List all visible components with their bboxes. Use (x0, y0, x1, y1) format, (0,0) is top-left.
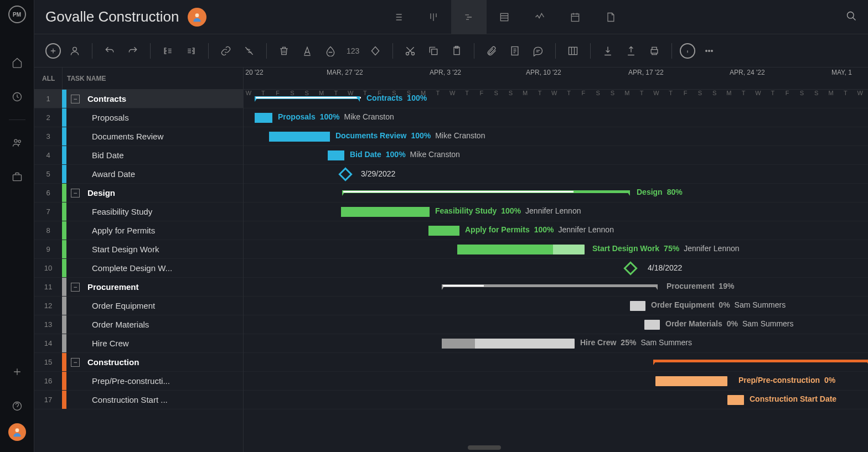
gantt-row[interactable]: Construction Start Date (244, 391, 868, 409)
redo-button[interactable] (123, 41, 142, 60)
notes-button[interactable] (505, 41, 524, 60)
add-task-button[interactable] (45, 43, 61, 59)
team-icon[interactable] (10, 136, 24, 150)
milestone-marker[interactable] (338, 167, 352, 181)
add-icon[interactable] (10, 365, 24, 379)
expand-toggle[interactable]: − (71, 189, 80, 198)
summary-bar[interactable] (255, 96, 360, 101)
user-avatar[interactable] (8, 423, 26, 441)
summary-bar[interactable] (653, 360, 868, 364)
gantt-chart[interactable]: 3, 20 '22MAR, 27 '22APR, 3 '22APR, 10 '2… (244, 67, 868, 452)
horizontal-scrollbar[interactable] (468, 445, 501, 450)
task-bar[interactable] (644, 320, 660, 330)
task-bar[interactable] (655, 376, 727, 386)
task-bar[interactable] (727, 395, 744, 405)
text-style-button[interactable] (298, 41, 317, 60)
copy-button[interactable] (424, 41, 443, 60)
comment-button[interactable] (529, 41, 547, 60)
calendar-view-icon[interactable] (557, 0, 593, 34)
task-row[interactable]: 8Apply for Permits (34, 221, 243, 240)
task-row[interactable]: 9Start Design Work (34, 240, 243, 259)
task-row[interactable]: 11−Procurement (34, 278, 243, 297)
gantt-row[interactable]: Order Equipment 0% Sam Summers (244, 297, 868, 315)
task-row[interactable]: 6−Design (34, 184, 243, 202)
attach-button[interactable] (482, 41, 501, 60)
expand-toggle[interactable]: − (71, 95, 80, 103)
expand-toggle[interactable]: − (71, 283, 80, 292)
summary-bar[interactable] (442, 284, 658, 289)
task-row[interactable]: 13Order Materials (34, 315, 243, 334)
gantt-row[interactable]: Bid Date 100% Mike Cranston (244, 146, 868, 165)
number-format-button[interactable]: 123 (344, 46, 361, 55)
task-bar[interactable] (255, 113, 272, 123)
task-bar[interactable] (428, 226, 459, 236)
task-row[interactable]: 3Documents Review (34, 127, 243, 146)
app-logo[interactable]: PM (8, 6, 26, 23)
gantt-row[interactable]: Start Design Work 75% Jennifer Lennon (244, 240, 868, 259)
cut-button[interactable] (401, 41, 420, 60)
task-row[interactable]: 14Hire Crew (34, 334, 243, 353)
board-view-icon[interactable] (416, 0, 451, 34)
recent-icon[interactable] (10, 90, 24, 104)
assign-button[interactable] (65, 41, 84, 60)
gantt-body[interactable]: Contracts 100%Proposals 100% Mike Cranst… (244, 90, 868, 452)
task-row[interactable]: 12Order Equipment (34, 297, 243, 315)
gantt-row[interactable]: Proposals 100% Mike Cranston (244, 108, 868, 127)
summary-bar[interactable] (342, 190, 630, 195)
color-button[interactable] (321, 41, 340, 60)
gantt-row[interactable] (244, 353, 868, 372)
columns-button[interactable] (564, 41, 582, 60)
gantt-row[interactable]: Apply for Permits 100% Jennifer Lennon (244, 221, 868, 240)
task-bar[interactable] (442, 339, 575, 349)
gantt-row[interactable]: Procurement 19% (244, 278, 868, 297)
sheet-view-icon[interactable] (487, 0, 522, 34)
gantt-row[interactable]: 3/29/2022 (244, 165, 868, 184)
portfolio-icon[interactable] (10, 170, 24, 184)
task-bar[interactable] (457, 245, 585, 254)
task-bar[interactable] (630, 301, 645, 311)
task-row[interactable]: 15−Construction (34, 353, 243, 372)
task-row[interactable]: 17Construction Start ... (34, 391, 243, 409)
search-icon[interactable] (846, 11, 857, 23)
export-button[interactable] (622, 41, 640, 60)
task-row[interactable]: 10Complete Design W... (34, 259, 243, 278)
gantt-row[interactable]: Order Materials 0% Sam Summers (244, 315, 868, 334)
project-avatar[interactable] (188, 8, 206, 27)
more-button[interactable] (700, 41, 719, 60)
task-bar[interactable] (269, 132, 330, 142)
print-button[interactable] (645, 41, 664, 60)
gantt-row[interactable]: Contracts 100% (244, 90, 868, 108)
link-button[interactable] (216, 41, 235, 60)
gantt-row[interactable]: 4/18/2022 (244, 259, 868, 278)
info-button[interactable] (680, 43, 695, 59)
gantt-row[interactable]: Design 80% (244, 184, 868, 202)
dashboard-view-icon[interactable] (522, 0, 557, 34)
docs-view-icon[interactable] (593, 0, 628, 34)
gantt-row[interactable]: Feasibility Study 100% Jennifer Lennon (244, 202, 868, 221)
gantt-row[interactable]: Documents Review 100% Mike Cranston (244, 127, 868, 146)
milestone-marker[interactable] (623, 261, 637, 275)
paste-button[interactable] (447, 41, 466, 60)
task-bar[interactable] (341, 207, 430, 217)
gantt-row[interactable]: Hire Crew 25% Sam Summers (244, 334, 868, 353)
milestone-button[interactable] (366, 41, 385, 60)
import-button[interactable] (598, 41, 617, 60)
home-icon[interactable] (10, 55, 24, 70)
task-row[interactable]: 4Bid Date (34, 146, 243, 165)
task-row[interactable]: 1−Contracts (34, 90, 243, 108)
gantt-row[interactable]: Prep/Pre-construction 0% (244, 372, 868, 391)
help-icon[interactable] (10, 399, 24, 413)
task-bar[interactable] (328, 150, 344, 160)
task-row[interactable]: 16Prep/Pre-constructi... (34, 372, 243, 391)
indent-button[interactable] (182, 41, 200, 60)
outdent-button[interactable] (158, 41, 177, 60)
column-header-all[interactable]: ALL (34, 75, 62, 82)
task-row[interactable]: 5Award Date (34, 165, 243, 184)
list-view-icon[interactable] (380, 0, 416, 34)
gantt-view-icon[interactable] (451, 0, 487, 34)
column-header-name[interactable]: TASK NAME (62, 67, 243, 89)
undo-button[interactable] (100, 41, 119, 60)
expand-toggle[interactable]: − (71, 358, 80, 367)
task-row[interactable]: 7Feasibility Study (34, 202, 243, 221)
delete-button[interactable] (275, 41, 293, 60)
